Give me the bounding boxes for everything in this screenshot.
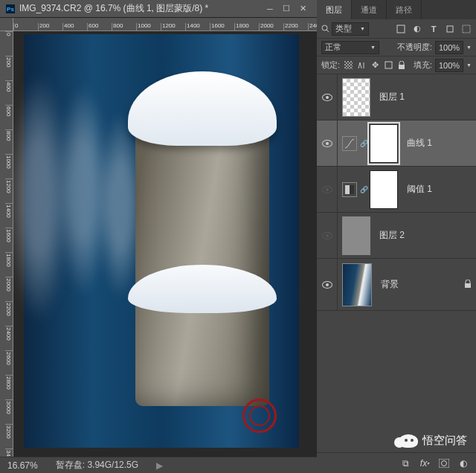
svg-rect-4 <box>397 25 405 33</box>
layers-list: 图层 1🔗曲线 1🔗阈值 1图层 2背景 <box>317 74 476 452</box>
visibility-toggle[interactable] <box>317 120 338 166</box>
ruler-horizontal[interactable]: 0200400600800100012001400160018002000220… <box>13 18 317 31</box>
document-tab[interactable]: Ps IMG_9374.CR2 @ 16.7% (曲线 1, 图层蒙版/8) *… <box>0 0 317 18</box>
add-mask-button[interactable] <box>439 458 449 469</box>
svg-rect-10 <box>385 62 392 68</box>
fill-label: 填充: <box>414 59 432 71</box>
layer-mask-thumbnail[interactable] <box>370 124 398 163</box>
eye-icon <box>322 232 332 239</box>
mask-link-icon[interactable]: 🔗 <box>360 140 367 147</box>
eye-icon <box>322 94 332 101</box>
curves-icon[interactable] <box>342 136 357 151</box>
svg-point-16 <box>442 460 447 466</box>
filter-adjust-icon[interactable]: ◐ <box>412 24 422 34</box>
mask-link-icon[interactable]: 🔗 <box>360 186 367 193</box>
panel-tabs: 图层 通道 路径 <box>317 0 476 19</box>
layer-fx-button[interactable]: fx▾ <box>419 458 430 469</box>
visibility-toggle[interactable] <box>317 213 338 258</box>
svg-rect-12 <box>345 185 350 194</box>
lock-position-icon[interactable]: ✥ <box>370 60 380 71</box>
blend-mode-select[interactable]: 正常▼ <box>321 41 379 54</box>
layer-name[interactable]: 曲线 1 <box>407 137 432 149</box>
layer-filter-row: 类型▼ ◐ T <box>317 19 476 39</box>
layer-row[interactable]: 🔗曲线 1 <box>317 120 476 167</box>
visibility-toggle[interactable] <box>317 74 338 120</box>
layer-row[interactable]: 背景 <box>317 259 476 311</box>
layer-name[interactable]: 阈值 1 <box>407 183 432 196</box>
cloud-icon <box>399 434 418 448</box>
minimize-button[interactable]: ─ <box>262 2 278 16</box>
layer-thumbnail[interactable] <box>342 216 370 255</box>
filter-smart-icon[interactable] <box>461 24 472 34</box>
threshold-icon[interactable] <box>342 182 357 197</box>
canvas-area[interactable] <box>13 31 317 457</box>
layer-row[interactable]: 🔗阈值 1 <box>317 167 476 213</box>
opacity-chevron-icon[interactable]: ▼ <box>466 45 472 50</box>
lock-row: 锁定: ✥ 填充: 100% ▼ <box>317 57 476 74</box>
close-button[interactable]: ✕ <box>295 2 311 16</box>
layer-name[interactable]: 图层 2 <box>379 229 405 242</box>
lock-transparent-icon[interactable] <box>343 60 353 71</box>
svg-point-2 <box>322 25 327 30</box>
layer-thumbnail[interactable] <box>342 78 370 117</box>
svg-rect-15 <box>439 459 449 468</box>
zoom-level[interactable]: 16.67% <box>7 460 38 471</box>
blend-mode-row: 正常▼ 不透明度: 100% ▼ <box>317 39 476 57</box>
status-expand-icon[interactable]: ▶ <box>156 460 163 471</box>
svg-rect-7 <box>344 61 353 69</box>
layer-thumbnail[interactable] <box>342 263 372 306</box>
search-icon <box>321 25 329 33</box>
svg-rect-13 <box>350 185 354 194</box>
layer-name[interactable]: 图层 1 <box>379 91 405 103</box>
opacity-input[interactable]: 100% <box>435 41 463 54</box>
svg-text:Ps: Ps <box>7 6 14 13</box>
svg-rect-6 <box>463 25 470 33</box>
filter-type-icon[interactable]: T <box>428 24 439 34</box>
fill-chevron-icon[interactable]: ▼ <box>466 62 472 68</box>
ps-logo-icon: Ps <box>6 4 15 13</box>
layer-mask-thumbnail[interactable] <box>370 170 398 209</box>
layer-name[interactable]: 背景 <box>381 278 399 291</box>
filter-search[interactable]: 类型▼ <box>321 22 369 36</box>
layer-row[interactable]: 图层 2 <box>317 213 476 259</box>
canvas[interactable] <box>24 34 299 448</box>
scratch-disk-info[interactable]: 暂存盘: 3.94G/12.5G <box>56 459 138 472</box>
ruler-vertical[interactable]: 0200400600800100012001400160018002000220… <box>0 31 13 457</box>
link-layers-button[interactable]: ⧉ <box>400 458 411 469</box>
lock-all-icon[interactable] <box>396 60 407 71</box>
new-adjustment-button[interactable]: ◐ <box>458 458 469 469</box>
watermark: 悟空问答 <box>399 434 467 448</box>
ruler-origin[interactable] <box>0 18 13 31</box>
svg-line-3 <box>327 30 329 32</box>
tab-paths[interactable]: 路径 <box>387 0 422 19</box>
tab-channels[interactable]: 通道 <box>352 0 387 19</box>
eye-icon <box>322 140 332 147</box>
opacity-label: 不透明度: <box>397 42 432 53</box>
filter-pixel-icon[interactable] <box>396 24 406 34</box>
layer-row[interactable]: 图层 1 <box>317 74 476 120</box>
lock-artboard-icon[interactable] <box>383 60 393 71</box>
document-title: IMG_9374.CR2 @ 16.7% (曲线 1, 图层蒙版/8) * <box>19 2 262 15</box>
status-bar: 16.67% 暂存盘: 3.94G/12.5G ▶ <box>0 457 317 473</box>
svg-rect-11 <box>399 65 405 69</box>
lock-icon <box>464 280 472 289</box>
document-window: Ps IMG_9374.CR2 @ 16.7% (曲线 1, 图层蒙版/8) *… <box>0 0 317 473</box>
filter-shape-icon[interactable] <box>445 24 455 34</box>
fill-input[interactable]: 100% <box>435 59 463 72</box>
svg-rect-14 <box>465 283 471 288</box>
visibility-toggle[interactable] <box>317 167 338 212</box>
visibility-toggle[interactable] <box>317 259 338 310</box>
lock-pixels-icon[interactable] <box>356 60 367 71</box>
tab-layers[interactable]: 图层 <box>317 0 352 19</box>
panel-footer: ⧉ fx▾ ◐ <box>317 452 476 473</box>
maximize-button[interactable]: ☐ <box>278 2 295 16</box>
eye-icon <box>322 281 332 289</box>
layers-panel: 图层 通道 路径 类型▼ ◐ T 正常▼ 不透明度: 100% ▼ 锁定: ✥ <box>317 0 476 473</box>
eye-icon <box>322 186 332 193</box>
lock-label: 锁定: <box>321 59 340 71</box>
svg-rect-5 <box>447 26 453 32</box>
